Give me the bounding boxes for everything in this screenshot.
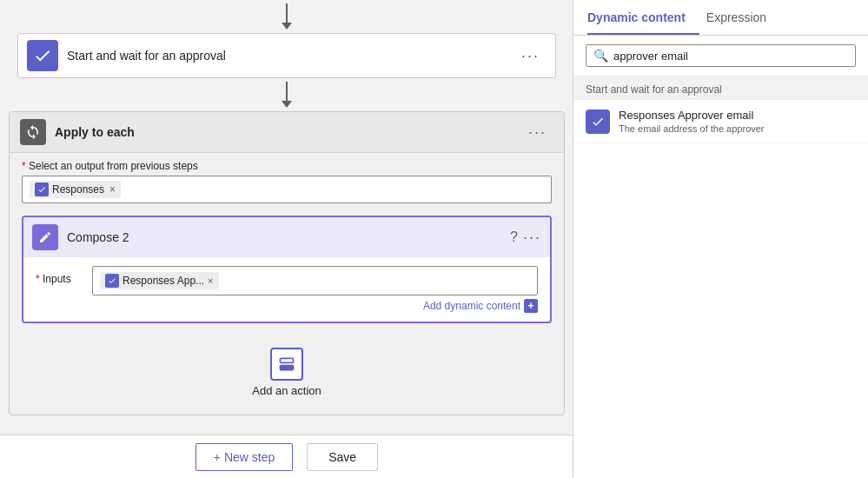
select-output-section: * Select an output from previous steps R… bbox=[10, 153, 564, 207]
add-dynamic-label: Add dynamic content bbox=[423, 300, 520, 312]
tag-label: Responses bbox=[52, 183, 104, 196]
dynamic-search-section: 🔍 bbox=[573, 36, 868, 76]
compose-body: * Inputs Responses App... × bbox=[23, 257, 550, 322]
compose-tag-label: Responses App... bbox=[123, 275, 204, 287]
compose-tag-close[interactable]: × bbox=[208, 276, 213, 286]
dynamic-panel: Dynamic content Expression 🔍 Start and w… bbox=[573, 0, 868, 478]
tab-expression[interactable]: Expression bbox=[706, 0, 780, 35]
compose-inputs-field: * Inputs Responses App... × bbox=[36, 266, 538, 295]
add-action-btn[interactable]: Add an action bbox=[252, 348, 321, 397]
dynamic-item-icon-svg bbox=[591, 115, 605, 129]
approval-icon bbox=[27, 40, 58, 71]
required-marker: * bbox=[22, 160, 29, 172]
select-output-label: * Select an output from previous steps bbox=[22, 160, 552, 172]
search-box: 🔍 bbox=[586, 44, 856, 67]
arrow-mid-connector bbox=[0, 78, 573, 111]
apply-icon bbox=[20, 119, 46, 145]
apply-more-btn[interactable]: ··· bbox=[521, 120, 553, 145]
add-action-label: Add an action bbox=[252, 384, 321, 397]
arrow-mid-head bbox=[282, 101, 292, 108]
start-approval-block: Start and wait for an approval ··· bbox=[17, 33, 556, 78]
dynamic-item-desc: The email address of the approver bbox=[619, 123, 765, 134]
search-icon: 🔍 bbox=[593, 49, 608, 63]
save-button[interactable]: Save bbox=[307, 443, 378, 471]
tab-dynamic-content[interactable]: Dynamic content bbox=[587, 0, 699, 35]
compose-more-btn[interactable]: ··· bbox=[523, 229, 541, 247]
compose-help-btn[interactable]: ? bbox=[510, 229, 518, 245]
new-step-button[interactable]: + New step bbox=[195, 443, 293, 471]
dynamic-item-approver-email[interactable]: Responses Approver email The email addre… bbox=[573, 100, 868, 143]
search-input[interactable] bbox=[613, 50, 848, 63]
add-action-icon-svg bbox=[278, 355, 295, 373]
arrow-head bbox=[282, 23, 292, 30]
dynamic-item-title: Responses Approver email bbox=[619, 109, 765, 122]
approval-icon-svg bbox=[33, 46, 52, 65]
tag-icon bbox=[35, 183, 49, 196]
apply-header: Apply to each ··· bbox=[10, 112, 564, 153]
compose-tag-icon-svg bbox=[108, 276, 116, 285]
arrow-mid-line bbox=[286, 82, 288, 101]
compose-header: Compose 2 ? ··· bbox=[23, 217, 550, 257]
main-canvas: Start and wait for an approval ··· Apply… bbox=[0, 0, 573, 478]
add-dynamic-icon: + bbox=[524, 299, 538, 313]
dynamic-tabs: Dynamic content Expression bbox=[573, 0, 868, 36]
dynamic-item-icon bbox=[586, 110, 610, 134]
dynamic-section-header: Start and wait for an approval bbox=[573, 76, 868, 100]
arrow-top-connector bbox=[0, 0, 573, 33]
tag-close-btn[interactable]: × bbox=[109, 183, 116, 196]
apply-title: Apply to each bbox=[55, 125, 521, 139]
apply-icon-svg bbox=[25, 124, 41, 140]
compose-icon bbox=[32, 224, 58, 250]
add-action-icon-wrap bbox=[270, 348, 303, 381]
dynamic-item-text: Responses Approver email The email addre… bbox=[619, 109, 765, 134]
add-dynamic-row: Add dynamic content + bbox=[36, 299, 538, 313]
add-action-row: Add an action bbox=[10, 332, 564, 406]
apply-to-each-block: Apply to each ··· * Select an output fro… bbox=[9, 111, 565, 415]
tag-icon-svg bbox=[37, 185, 46, 194]
compose-tag-icon bbox=[105, 274, 119, 288]
start-approval-title: Start and wait for an approval bbox=[67, 49, 514, 63]
responses-tag: Responses × bbox=[30, 181, 121, 198]
compose-input-box[interactable]: Responses App... × bbox=[92, 266, 538, 295]
start-approval-more[interactable]: ··· bbox=[514, 43, 547, 69]
compose-icon-svg bbox=[38, 230, 52, 244]
compose-inputs-label: * Inputs bbox=[36, 266, 83, 285]
select-output-input[interactable]: Responses × bbox=[22, 176, 552, 203]
arrow-line bbox=[286, 3, 288, 23]
inputs-required: * bbox=[36, 273, 43, 285]
compose-title: Compose 2 bbox=[67, 230, 510, 244]
bottom-bar: + New step Save bbox=[0, 435, 573, 478]
compose-block: Compose 2 ? ··· * Inputs bbox=[22, 216, 552, 323]
compose-tag: Responses App... × bbox=[100, 272, 219, 289]
add-dynamic-btn[interactable]: Add dynamic content + bbox=[423, 299, 538, 313]
